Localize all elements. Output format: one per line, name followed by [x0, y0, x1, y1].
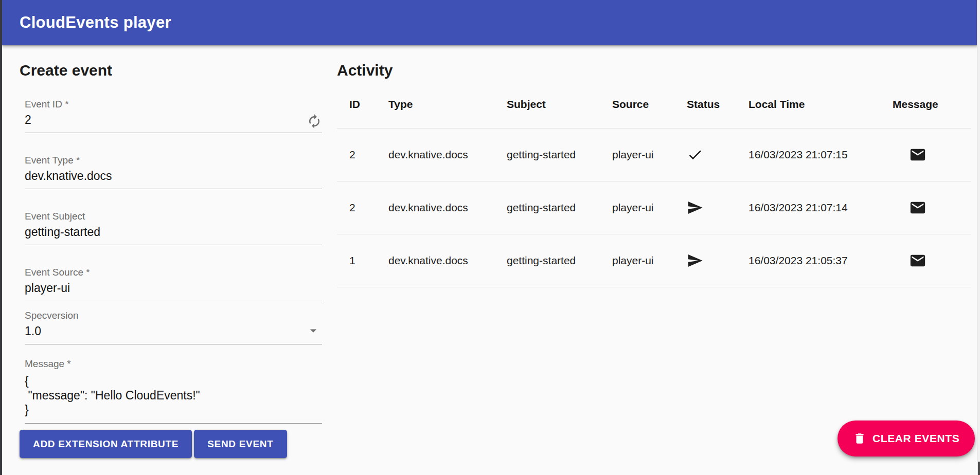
- cell-id: 2: [349, 202, 388, 214]
- cell-status: [687, 252, 749, 269]
- clear-events-button[interactable]: CLEAR EVENTS: [838, 421, 975, 456]
- cell-local-time: 16/03/2023 21:07:15: [749, 149, 893, 161]
- autorenew-icon[interactable]: [307, 114, 322, 129]
- cell-subject: getting-started: [507, 202, 612, 214]
- create-event-form: Event ID * 2 Event Type * dev.knative.do…: [25, 99, 322, 424]
- event-subject-input[interactable]: getting-started: [25, 222, 322, 245]
- message-textarea[interactable]: { "message": "Hello CloudEvents!" }: [25, 370, 322, 424]
- column-header-source: Source: [612, 98, 687, 111]
- activity-heading: Activity: [337, 61, 971, 80]
- event-type-input[interactable]: dev.knative.docs: [25, 166, 322, 189]
- activity-panel: Activity ID Type Subject Source Status L…: [337, 61, 971, 287]
- column-header-id: ID: [349, 98, 388, 111]
- cell-type: dev.knative.docs: [388, 254, 507, 267]
- scrollbar[interactable]: [977, 0, 980, 475]
- cell-type: dev.knative.docs: [388, 202, 507, 214]
- column-header-subject: Subject: [507, 98, 612, 111]
- cell-source: player-ui: [612, 254, 687, 267]
- cell-message: [893, 146, 971, 163]
- activity-table-header: ID Type Subject Source Status Local Time…: [337, 80, 971, 129]
- check-icon: [687, 147, 703, 163]
- add-extension-attribute-button[interactable]: ADD EXTENSION ATTRIBUTE: [20, 430, 192, 458]
- send-icon: [687, 252, 703, 269]
- event-type-label: Event Type *: [25, 155, 322, 166]
- event-type-field: Event Type * dev.knative.docs: [25, 155, 322, 189]
- cell-subject: getting-started: [507, 254, 612, 267]
- specversion-label: Specversion: [25, 310, 322, 321]
- cell-status: [687, 147, 749, 163]
- event-source-input[interactable]: player-ui: [25, 278, 322, 301]
- send-icon: [687, 199, 703, 216]
- email-icon[interactable]: [909, 252, 926, 269]
- column-header-local-time: Local Time: [749, 98, 893, 111]
- cell-message: [893, 199, 971, 216]
- event-id-label: Event ID *: [25, 99, 322, 110]
- app-title: CloudEvents player: [20, 13, 171, 32]
- create-event-panel: Create event Event ID * 2 Event Type * d…: [20, 61, 322, 458]
- email-icon[interactable]: [909, 199, 926, 216]
- table-row: 1 dev.knative.docs getting-started playe…: [337, 234, 971, 287]
- cell-message: [893, 252, 971, 269]
- table-row: 2 dev.knative.docs getting-started playe…: [337, 129, 971, 181]
- scrollbar-thumb[interactable]: [978, 462, 980, 475]
- specversion-field: Specversion 1.0: [25, 310, 322, 344]
- cell-type: dev.knative.docs: [388, 149, 507, 161]
- message-label: Message *: [25, 358, 322, 370]
- event-id-field: Event ID * 2: [25, 99, 322, 133]
- cell-subject: getting-started: [507, 149, 612, 161]
- cell-local-time: 16/03/2023 21:07:14: [749, 202, 893, 214]
- event-subject-field: Event Subject getting-started: [25, 211, 322, 245]
- cell-status: [687, 199, 749, 216]
- message-field: Message * { "message": "Hello CloudEvent…: [25, 358, 322, 424]
- event-id-input[interactable]: 2: [25, 110, 322, 133]
- app-bar: CloudEvents player: [2, 0, 977, 45]
- table-row: 2 dev.knative.docs getting-started playe…: [337, 181, 971, 234]
- cell-local-time: 16/03/2023 21:05:37: [749, 254, 893, 267]
- column-header-message: Message: [893, 98, 971, 111]
- cell-id: 1: [349, 254, 388, 267]
- column-header-type: Type: [388, 98, 507, 111]
- column-header-status: Status: [687, 98, 749, 111]
- clear-events-label: CLEAR EVENTS: [872, 432, 959, 445]
- specversion-select[interactable]: 1.0: [25, 321, 322, 344]
- window-edge-left: [0, 0, 2, 475]
- create-event-heading: Create event: [20, 61, 322, 80]
- trash-icon: [853, 432, 866, 445]
- form-actions: ADD EXTENSION ATTRIBUTE SEND EVENT: [20, 430, 322, 458]
- cell-source: player-ui: [612, 202, 687, 214]
- email-icon[interactable]: [909, 146, 926, 163]
- event-subject-label: Event Subject: [25, 211, 322, 222]
- event-source-field: Event Source * player-ui: [25, 267, 322, 301]
- send-event-button[interactable]: SEND EVENT: [194, 430, 287, 458]
- cell-id: 2: [349, 149, 388, 161]
- event-source-label: Event Source *: [25, 267, 322, 278]
- dropdown-caret-icon[interactable]: [306, 323, 321, 338]
- cell-source: player-ui: [612, 149, 687, 161]
